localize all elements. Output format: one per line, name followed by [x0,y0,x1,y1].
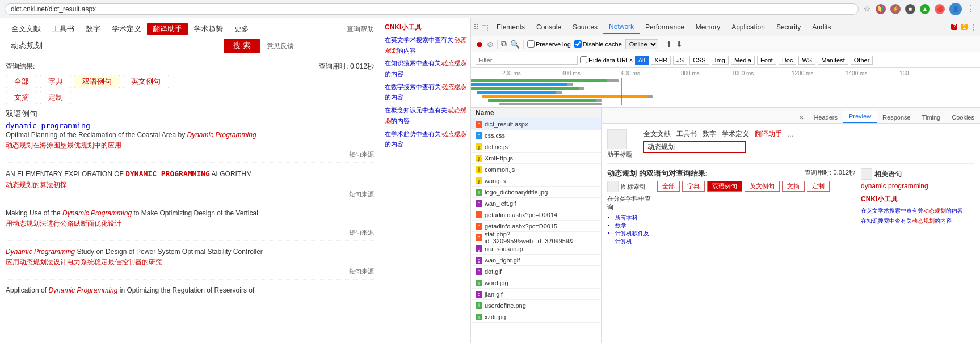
address-bar-label[interactable]: dict.cnki.net/dict_result.aspx [5,3,859,15]
dtab-cookies[interactable]: Cookies [946,112,980,123]
search-icon[interactable]: 🔍 [510,40,520,49]
file-item-11[interactable]: g niu_sousuo.gif [471,243,601,255]
pnav-0[interactable]: 全文文献 [643,129,671,139]
star-icon[interactable]: ☆ [863,3,871,14]
dtab-preview[interactable]: Preview [843,111,877,123]
stop-icon[interactable]: ⊘ [487,40,494,49]
devtools-inspect-icon[interactable]: ⬚ [481,23,489,32]
file-item-6[interactable]: i logo_dictionarylittle.jpg [471,187,601,198]
tab-all[interactable]: 全部 [6,75,37,88]
cnki-search-btn[interactable]: 搜 索 [224,39,260,53]
devtools-settings-icon[interactable]: ⋮ [970,23,978,32]
filter-other[interactable]: Other [851,56,873,65]
preview-item-2[interactable]: 计算机软件及计算机 [615,230,653,245]
ptab-all[interactable]: 全部 [657,181,680,192]
cnki-search-input[interactable] [6,39,221,53]
preview-item-0[interactable]: 所有学科 [615,214,653,222]
file-item-8[interactable]: h getadinfo.ashx?pc=D0014 [471,209,601,221]
filter-input[interactable] [476,56,578,65]
pnav-2[interactable]: 数字 [703,129,716,139]
filter-all[interactable]: All [635,56,649,65]
preview-search-input[interactable] [643,141,746,153]
file-item-7[interactable]: g wan_left.gif [471,198,601,209]
file-item-2[interactable]: j define.js [471,141,601,153]
cnki-feedback[interactable]: 意见反馈 [267,41,294,51]
dtab-timing[interactable]: Timing [916,112,947,123]
disable-cache-checkbox[interactable]: Disable cache [574,40,622,48]
tab-elements[interactable]: Elements [491,21,531,33]
filter-ws[interactable]: WS [798,56,815,65]
file-item-16[interactable]: i userdefine.png [471,300,601,311]
file-item-14[interactable]: i word.jpg [471,277,601,289]
extension-icon-4[interactable]: ▲ [920,4,930,14]
tab-performance[interactable]: Performance [640,21,690,33]
filter-img[interactable]: Img [712,56,729,65]
menu-dots-icon[interactable]: ⋮ [966,3,975,14]
nav-item-gongju[interactable]: 工具书 [47,23,80,35]
preserve-log-input[interactable] [527,40,535,48]
nav-item-trend[interactable]: 学术趋势 [188,23,229,35]
hide-data-urls-label[interactable]: Hide data URLs [580,56,633,63]
file-item-3[interactable]: j XmlHttp.js [471,153,601,164]
tab-bilingual[interactable]: 双语例句 [74,75,120,88]
result-source-1[interactable]: 短句来源 [6,150,374,159]
tab-abstract[interactable]: 文摘 [6,91,37,104]
pnav-3[interactable]: 学术定义 [722,129,749,139]
filter-font[interactable]: Font [757,56,776,65]
cnki-tool-link-5[interactable]: 在学术趋势中查有关动态规划的内容 [385,129,466,150]
ptab-bilingual[interactable]: 双语例句 [707,181,742,192]
tab-application[interactable]: Application [726,21,771,33]
extension-icon-5[interactable]: 🔴 [935,4,945,14]
nav-item-shuzi[interactable]: 数字 [80,23,106,35]
file-item-1[interactable]: c css.css [471,130,601,141]
devtools-drag-icon[interactable]: ⠿ [473,23,479,32]
tab-memory[interactable]: Memory [690,21,726,33]
tab-security[interactable]: Security [771,21,806,33]
nav-item-quanwen[interactable]: 全文文献 [6,23,47,35]
ptab-english[interactable]: 英文例句 [745,181,780,192]
result-source-3[interactable]: 短句来源 [6,228,374,237]
filter-manifest[interactable]: Manifest [818,56,848,65]
pnav-4[interactable]: 翻译助手 [755,129,782,139]
file-item-12[interactable]: g wan_right.gif [471,255,601,266]
preview-item-1[interactable]: 数学 [615,222,653,230]
tab-network[interactable]: Network [603,20,640,34]
result-source-4[interactable]: 短句来源 [6,267,374,276]
details-close-btn[interactable]: × [794,112,808,123]
dtab-response[interactable]: Response [877,112,916,123]
file-item-5[interactable]: j wang.js [471,175,601,187]
record-icon[interactable]: ⏺ [476,40,483,49]
preview-tool-link-1[interactable]: 在英文学术搜索中查有关动态规划的内容 [861,206,974,215]
filter-doc[interactable]: Doc [779,56,797,65]
hide-data-urls-checkbox[interactable] [580,56,587,63]
filter-xhr[interactable]: XHR [651,56,671,65]
cnki-tool-link-1[interactable]: 在英文学术搜索中查有关动态规划的内容 [385,35,466,56]
nav-item-fanyi[interactable]: 翻译助手 [147,23,188,35]
extension-icon-1[interactable]: 🔰 [876,4,886,14]
ptab-dict[interactable]: 字典 [682,181,705,192]
tab-sources[interactable]: Sources [567,21,603,33]
filter-js[interactable]: JS [673,56,687,65]
help-link[interactable]: 查询帮助 [347,24,374,34]
file-item-15[interactable]: g jian.gif [471,289,601,300]
file-item-0[interactable]: h dict_result.aspx [471,118,601,130]
ptab-custom[interactable]: 定制 [807,181,830,192]
file-item-4[interactable]: j common.js [471,164,601,175]
online-select[interactable]: Online [625,39,658,49]
extension-icon-3[interactable]: ■ [905,4,915,14]
extension-icon-2[interactable]: ⚡ [890,4,901,14]
pnav-1[interactable]: 工具书 [676,129,697,139]
export-icon[interactable]: ⬇ [676,40,683,49]
file-item-10[interactable]: h stat.php?id=3209959&web_id=3209959& [471,232,601,243]
tab-audits[interactable]: Audits [806,21,836,33]
cnki-tool-link-2[interactable]: 在知识搜索中查有关动态规划的内容 [385,58,466,79]
cnki-tool-link-4[interactable]: 在概念知识元中查有关动态规划的内容 [385,105,466,126]
tab-english[interactable]: 英文例句 [123,75,169,88]
file-item-17[interactable]: i xzdi.jpg [471,311,601,323]
user-avatar[interactable]: 👤 [949,3,962,15]
nav-item-more[interactable]: 更多 [229,23,255,35]
preserve-log-checkbox[interactable]: Preserve log [527,40,571,48]
tab-custom[interactable]: 定制 [40,91,71,104]
preview-tool-link-2[interactable]: 在知识搜索中查有关动态规划的内容 [861,217,974,226]
result-source-2[interactable]: 短句来源 [6,190,374,198]
